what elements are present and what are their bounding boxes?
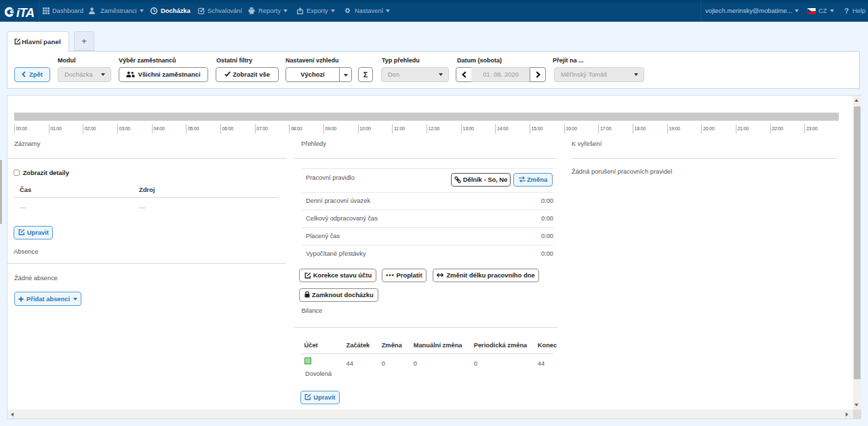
svg-text:iTA: iTA — [16, 5, 35, 19]
